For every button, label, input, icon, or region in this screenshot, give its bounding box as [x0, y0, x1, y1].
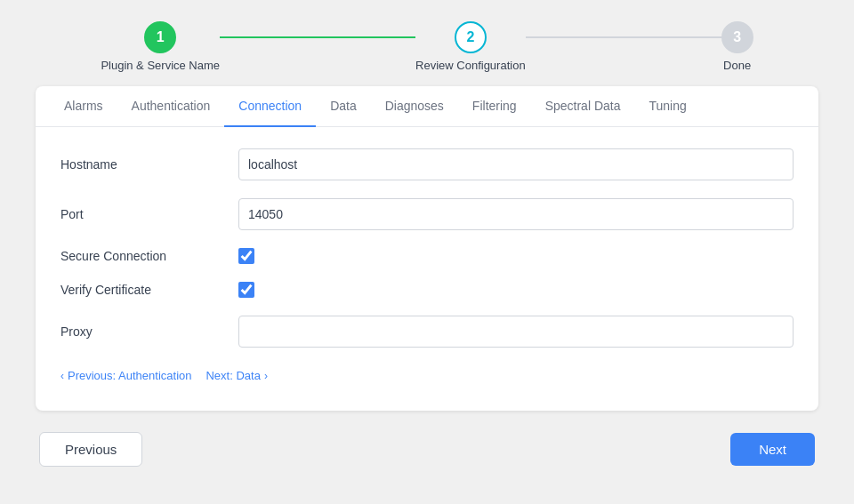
proxy-label: Proxy [60, 324, 238, 339]
secure-connection-label: Secure Connection [60, 249, 238, 263]
main-card: Alarms Authentication Connection Data Di… [36, 86, 818, 411]
verify-certificate-label: Verify Certificate [60, 283, 238, 297]
tab-bar: Alarms Authentication Connection Data Di… [36, 86, 818, 127]
previous-button[interactable]: Previous [39, 432, 142, 467]
step-1: 1 Plugin & Service Name [101, 21, 220, 72]
secure-connection-checkbox[interactable] [238, 248, 254, 264]
card-next-link[interactable]: Next: Data › [205, 369, 267, 382]
port-label: Port [60, 207, 238, 221]
tab-connection[interactable]: Connection [224, 86, 316, 127]
card-next-label: Next: Data [205, 369, 260, 382]
step-1-circle: 1 [144, 21, 176, 53]
step-3-circle: 3 [721, 21, 753, 53]
tab-authentication[interactable]: Authentication [117, 86, 225, 127]
hostname-label: Hostname [60, 157, 238, 172]
tab-spectral-data[interactable]: Spectral Data [531, 86, 635, 127]
step-2-label: Review Configuration [415, 59, 526, 72]
chevron-right-icon: › [264, 370, 268, 382]
secure-connection-row: Secure Connection [60, 248, 794, 264]
tab-data[interactable]: Data [316, 86, 371, 127]
step-2-circle: 2 [455, 21, 487, 53]
card-prev-link[interactable]: ‹ Previous: Authentication [60, 369, 191, 382]
step-1-label: Plugin & Service Name [101, 59, 220, 72]
bottom-bar: Previous Next [36, 432, 818, 467]
verify-certificate-row: Verify Certificate [60, 282, 794, 298]
card-navigation: ‹ Previous: Authentication Next: Data › [60, 365, 794, 389]
hostname-input[interactable] [238, 148, 794, 180]
port-row: Port [60, 198, 794, 230]
verify-certificate-checkbox[interactable] [238, 282, 254, 298]
step-line-1 [220, 36, 415, 38]
tab-diagnoses[interactable]: Diagnoses [371, 86, 458, 127]
stepper: 1 Plugin & Service Name 2 Review Configu… [0, 0, 854, 86]
hostname-row: Hostname [60, 148, 794, 180]
tab-tuning[interactable]: Tuning [634, 86, 700, 127]
step-3: 3 Done [721, 21, 753, 72]
tab-filtering[interactable]: Filtering [458, 86, 531, 127]
form-content: Hostname Port Secure Connection Verify C… [36, 127, 818, 411]
card-prev-label: Previous: Authentication [68, 369, 191, 382]
next-button[interactable]: Next [730, 433, 815, 466]
chevron-left-icon: ‹ [60, 370, 64, 382]
proxy-row: Proxy [60, 316, 794, 348]
proxy-input[interactable] [238, 316, 794, 348]
step-3-label: Done [723, 59, 751, 72]
tab-alarms[interactable]: Alarms [50, 86, 117, 127]
step-line-2 [526, 36, 721, 38]
port-input[interactable] [238, 198, 794, 230]
step-2: 2 Review Configuration [415, 21, 526, 72]
